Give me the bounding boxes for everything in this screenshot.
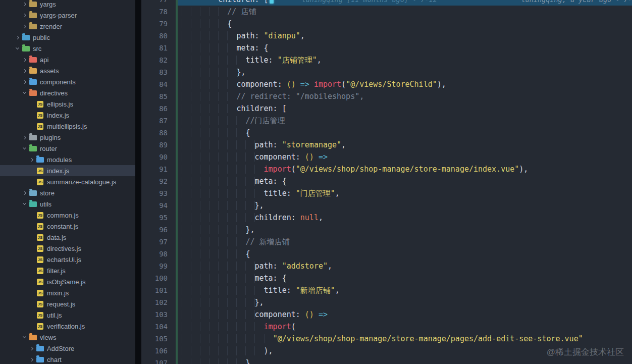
line-number[interactable]: 83 <box>141 66 176 78</box>
tree-item-chart[interactable]: chart <box>0 354 135 364</box>
line-number[interactable]: 95 <box>141 212 176 224</box>
tree-item-filter.js[interactable]: JSfilter.js <box>0 265 135 276</box>
tree-item-yargs[interactable]: yargs <box>0 0 135 10</box>
code-line-92[interactable]: 92 meta: { <box>141 175 632 187</box>
line-number[interactable]: 77 <box>141 0 176 6</box>
tree-item-plugins[interactable]: plugins <box>0 132 135 143</box>
tree-item-components[interactable]: components <box>0 76 135 87</box>
tree-item-utils[interactable]: utils <box>0 198 135 210</box>
tree-item-AddStore[interactable]: AddStore <box>0 343 135 354</box>
tree-item-index.js[interactable]: JSindex.js <box>0 165 135 176</box>
tree-item-public[interactable]: public <box>0 32 135 43</box>
code-line-97[interactable]: 97 // 新增店铺 <box>141 236 632 248</box>
line-number[interactable]: 96 <box>141 224 176 236</box>
code-line-85[interactable]: 85 // redirect: "/mobileshops", <box>141 90 632 102</box>
code-line-86[interactable]: 86 children: [ <box>141 102 632 115</box>
line-number[interactable]: 100 <box>141 272 176 284</box>
tree-item-router[interactable]: router <box>0 143 135 154</box>
tree-item-ellipsis.js[interactable]: JSellipsis.js <box>0 98 135 110</box>
line-number[interactable]: 80 <box>141 30 176 42</box>
line-number[interactable]: 98 <box>141 248 176 260</box>
code-line-99[interactable]: 99 path: "addstore", <box>141 260 632 272</box>
tree-item-label: chart <box>47 356 62 363</box>
editor-pane[interactable]: 77 children: [luningqing [11 months ago]… <box>141 0 632 364</box>
code-line-100[interactable]: 100 meta: { <box>141 272 632 284</box>
tree-item-data.js[interactable]: JSdata.js <box>0 232 135 243</box>
tree-item-assets[interactable]: assets <box>0 65 135 76</box>
line-number[interactable]: 104 <box>141 321 176 333</box>
line-number[interactable]: 78 <box>141 6 176 18</box>
line-number[interactable]: 102 <box>141 296 176 308</box>
line-number[interactable]: 105 <box>141 333 176 345</box>
tree-item-common.js[interactable]: JScommon.js <box>0 210 135 221</box>
line-number[interactable]: 79 <box>141 18 176 30</box>
tree-item-util.js[interactable]: JSutil.js <box>0 309 135 321</box>
code-line-89[interactable]: 89 path: "storemanage", <box>141 139 632 151</box>
code-line-82[interactable]: 82 title: "店铺管理", <box>141 54 632 66</box>
code-line-104[interactable]: 104 import( <box>141 321 632 333</box>
line-number[interactable]: 90 <box>141 151 176 163</box>
sidebar-editor-divider[interactable] <box>135 0 141 364</box>
tree-item-constant.js[interactable]: JSconstant.js <box>0 221 135 232</box>
tree-item-yargs-parser[interactable]: yargs-parser <box>0 10 135 21</box>
line-number[interactable]: 86 <box>141 102 176 115</box>
line-number[interactable]: 84 <box>141 78 176 90</box>
tree-item-zrender[interactable]: zrender <box>0 21 135 32</box>
tree-item-directives[interactable]: directives <box>0 87 135 98</box>
tree-item-label: api <box>40 56 48 64</box>
line-number[interactable]: 101 <box>141 284 176 296</box>
line-number[interactable]: 88 <box>141 127 176 139</box>
tree-item-verification.js[interactable]: JSverification.js <box>0 321 135 332</box>
code-line-107[interactable]: 107 } <box>141 357 632 364</box>
line-number[interactable]: 103 <box>141 308 176 321</box>
code-line-93[interactable]: 93 title: "门店管理", <box>141 187 632 199</box>
code-line-90[interactable]: 90 component: () => <box>141 151 632 163</box>
line-number[interactable]: 99 <box>141 260 176 272</box>
tree-item-echartsUi.js[interactable]: JSechartsUi.js <box>0 254 135 265</box>
line-number[interactable]: 93 <box>141 187 176 199</box>
tree-item-views[interactable]: views <box>0 332 135 343</box>
tree-item-mixin.js[interactable]: JSmixin.js <box>0 287 135 298</box>
tree-item-multiellipsis.js[interactable]: JSmultiellipsis.js <box>0 121 135 132</box>
line-number[interactable]: 85 <box>141 90 176 102</box>
code-line-103[interactable]: 103 component: () => <box>141 308 632 321</box>
code-line-77[interactable]: 77 children: [luningqing [11 months ago]… <box>141 0 632 6</box>
tree-item-isObjSame.js[interactable]: JSisObjSame.js <box>0 276 135 287</box>
code-line-105[interactable]: 105 "@/views/shop/shop-manage/store-mana… <box>141 333 632 345</box>
tree-item-modules[interactable]: modules <box>0 154 135 165</box>
line-number[interactable]: 89 <box>141 139 176 151</box>
code-line-80[interactable]: 80 path: "dianpu", <box>141 30 632 42</box>
code-line-101[interactable]: 101 title: "新增店铺", <box>141 284 632 296</box>
tree-item-label: common.js <box>47 212 79 219</box>
code-text: // redirect: "/mobileshops", <box>178 90 632 102</box>
code-line-91[interactable]: 91 import("@/views/shop/shop-manage/stor… <box>141 163 632 175</box>
tree-item-summarize-catalogue.js[interactable]: JSsummarize-catalogue.js <box>0 176 135 187</box>
code-line-102[interactable]: 102 }, <box>141 296 632 308</box>
line-number[interactable]: 92 <box>141 175 176 187</box>
line-number[interactable]: 87 <box>141 115 176 127</box>
code-line-83[interactable]: 83 }, <box>141 66 632 78</box>
tree-item-api[interactable]: api <box>0 54 135 65</box>
tree-item-src[interactable]: src <box>0 43 135 54</box>
tree-item-store[interactable]: store <box>0 187 135 198</box>
line-number[interactable]: 97 <box>141 236 176 248</box>
line-number[interactable]: 94 <box>141 199 176 212</box>
code-line-87[interactable]: 87 //门店管理 <box>141 115 632 127</box>
code-line-88[interactable]: 88 { <box>141 127 632 139</box>
line-number[interactable]: 81 <box>141 42 176 54</box>
code-line-94[interactable]: 94 }, <box>141 199 632 212</box>
tree-item-index.js[interactable]: JSindex.js <box>0 110 135 121</box>
code-line-79[interactable]: 79 { <box>141 18 632 30</box>
code-line-96[interactable]: 96 }, <box>141 224 632 236</box>
line-number[interactable]: 107 <box>141 357 176 364</box>
line-number[interactable]: 82 <box>141 54 176 66</box>
tree-item-request.js[interactable]: JSrequest.js <box>0 298 135 309</box>
code-line-98[interactable]: 98 { <box>141 248 632 260</box>
code-line-78[interactable]: 78 // 店铺 <box>141 6 632 18</box>
line-number[interactable]: 91 <box>141 163 176 175</box>
tree-item-directives.js[interactable]: JSdirectives.js <box>0 243 135 254</box>
code-line-81[interactable]: 81 meta: { <box>141 42 632 54</box>
code-line-95[interactable]: 95 children: null, <box>141 212 632 224</box>
line-number[interactable]: 106 <box>141 345 176 357</box>
code-line-84[interactable]: 84 component: () => import("@/views/Stor… <box>141 78 632 90</box>
